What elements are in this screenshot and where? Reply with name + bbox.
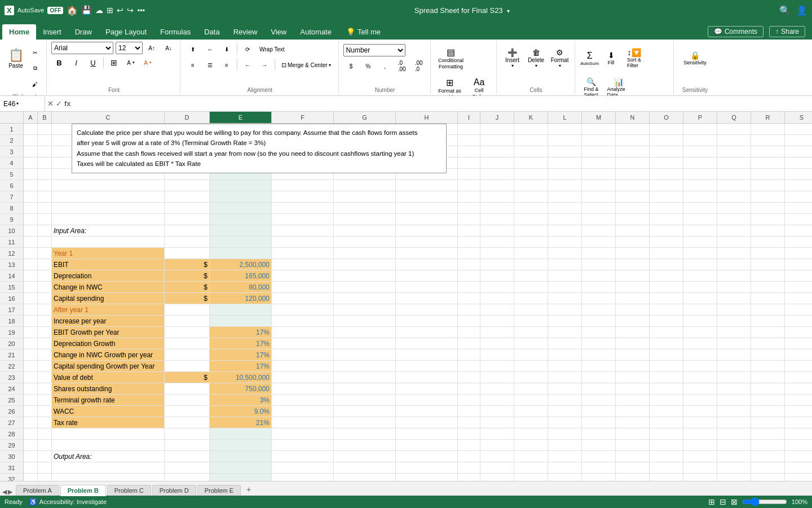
cell-n9[interactable] xyxy=(616,214,650,225)
col-header-d[interactable]: D xyxy=(165,112,210,123)
row-number-27[interactable]: 27 xyxy=(0,417,23,428)
row-number-18[interactable]: 18 xyxy=(0,316,23,327)
cell-l1[interactable] xyxy=(548,124,582,135)
cell-s10[interactable] xyxy=(785,225,812,237)
page-layout-view-icon[interactable]: ⊟ xyxy=(720,497,726,506)
cell-l14[interactable] xyxy=(548,270,582,282)
cell-g15[interactable] xyxy=(334,282,396,293)
cell-o27[interactable] xyxy=(650,417,683,428)
tab-data[interactable]: Data xyxy=(197,24,226,40)
cell-s8[interactable] xyxy=(785,203,812,214)
cell-j13[interactable] xyxy=(480,259,514,270)
cell-q7[interactable] xyxy=(717,191,751,203)
cell-s29[interactable] xyxy=(785,440,812,451)
normal-view-icon[interactable]: ⊞ xyxy=(708,497,715,506)
cell-m18[interactable] xyxy=(582,316,616,327)
delete-dropdown-icon[interactable]: ▾ xyxy=(535,63,537,68)
cell-p5[interactable] xyxy=(683,169,717,180)
cell-e22[interactable]: 17% xyxy=(210,361,272,372)
cell-b9[interactable] xyxy=(38,214,52,225)
cell-b12[interactable] xyxy=(38,248,52,259)
confirm-formula-icon[interactable]: ✓ xyxy=(56,99,62,108)
cell-h6[interactable] xyxy=(396,180,458,191)
cell-o4[interactable] xyxy=(650,157,683,169)
col-header-c[interactable]: C xyxy=(52,112,165,123)
tab-page-layout[interactable]: Page Layout xyxy=(99,24,153,40)
redo-icon[interactable]: ↪ xyxy=(127,6,134,15)
analyze-data-button[interactable]: 📊 Analyze Data xyxy=(604,73,634,96)
cell-j21[interactable] xyxy=(480,349,514,361)
cell-i6[interactable] xyxy=(458,180,480,191)
cell-i5[interactable] xyxy=(458,169,480,180)
cell-m15[interactable] xyxy=(582,282,616,293)
row-number-11[interactable]: 11 xyxy=(0,237,23,248)
cell-e15[interactable]: 80,000 xyxy=(210,282,272,293)
cell-j14[interactable] xyxy=(480,270,514,282)
cell-r25[interactable] xyxy=(751,395,785,406)
cell-d27[interactable] xyxy=(165,417,210,428)
cell-g17[interactable] xyxy=(334,304,396,316)
cell-o13[interactable] xyxy=(650,259,683,270)
cell-g19[interactable] xyxy=(334,327,396,338)
cell-p2[interactable] xyxy=(683,135,717,146)
cell-p21[interactable] xyxy=(683,349,717,361)
cell-g18[interactable] xyxy=(334,316,396,327)
cell-j6[interactable] xyxy=(480,180,514,191)
cell-k28[interactable] xyxy=(514,428,548,440)
cell-c19[interactable]: EBIT Growth per Year xyxy=(52,327,165,338)
cell-d24[interactable] xyxy=(165,383,210,395)
cell-j5[interactable] xyxy=(480,169,514,180)
cell-f26[interactable] xyxy=(272,406,334,417)
cell-q14[interactable] xyxy=(717,270,751,282)
cell-n32[interactable] xyxy=(616,474,650,481)
cell-q22[interactable] xyxy=(717,361,751,372)
align-right-button[interactable]: ≡ xyxy=(219,58,235,72)
cell-h28[interactable] xyxy=(396,428,458,440)
cell-h12[interactable] xyxy=(396,248,458,259)
cell-p25[interactable] xyxy=(683,395,717,406)
col-header-g[interactable]: G xyxy=(334,112,396,123)
row-number-22[interactable]: 22 xyxy=(0,361,23,372)
cell-r32[interactable] xyxy=(751,474,785,481)
cell-g7[interactable] xyxy=(334,191,396,203)
cell-o25[interactable] xyxy=(650,395,683,406)
cell-r24[interactable] xyxy=(751,383,785,395)
row-number-16[interactable]: 16 xyxy=(0,293,23,304)
cell-a5[interactable] xyxy=(24,169,38,180)
cell-s5[interactable] xyxy=(785,169,812,180)
cell-o6[interactable] xyxy=(650,180,683,191)
cut-button[interactable]: ✂ xyxy=(27,45,43,60)
cell-b31[interactable] xyxy=(38,462,52,474)
cell-m14[interactable] xyxy=(582,270,616,282)
cell-e16[interactable]: 120,000 xyxy=(210,293,272,304)
cell-o12[interactable] xyxy=(650,248,683,259)
cell-e25[interactable]: 3% xyxy=(210,395,272,406)
cell-a7[interactable] xyxy=(24,191,38,203)
col-header-m[interactable]: M xyxy=(582,112,616,123)
cell-l5[interactable] xyxy=(548,169,582,180)
cell-l4[interactable] xyxy=(548,157,582,169)
cell-h25[interactable] xyxy=(396,395,458,406)
cell-b14[interactable] xyxy=(38,270,52,282)
cell-f19[interactable] xyxy=(272,327,334,338)
cell-a20[interactable] xyxy=(24,338,38,349)
cell-n29[interactable] xyxy=(616,440,650,451)
cell-p8[interactable] xyxy=(683,203,717,214)
cell-p30[interactable] xyxy=(683,451,717,462)
cell-l18[interactable] xyxy=(548,316,582,327)
cell-i30[interactable] xyxy=(458,451,480,462)
cell-e13[interactable]: 2,500,000 xyxy=(210,259,272,270)
cell-r5[interactable] xyxy=(751,169,785,180)
row-number-29[interactable]: 29 xyxy=(0,440,23,451)
copy-button[interactable]: ⧉ xyxy=(27,61,43,76)
cell-a10[interactable] xyxy=(24,225,38,237)
wrap-text-button[interactable]: Wrap Text xyxy=(257,42,288,56)
cell-n4[interactable] xyxy=(616,157,650,169)
tab-insert[interactable]: Insert xyxy=(36,24,68,40)
cell-g25[interactable] xyxy=(334,395,396,406)
cell-o2[interactable] xyxy=(650,135,683,146)
cell-p9[interactable] xyxy=(683,214,717,225)
cell-s25[interactable] xyxy=(785,395,812,406)
cell-b25[interactable] xyxy=(38,395,52,406)
cell-q26[interactable] xyxy=(717,406,751,417)
